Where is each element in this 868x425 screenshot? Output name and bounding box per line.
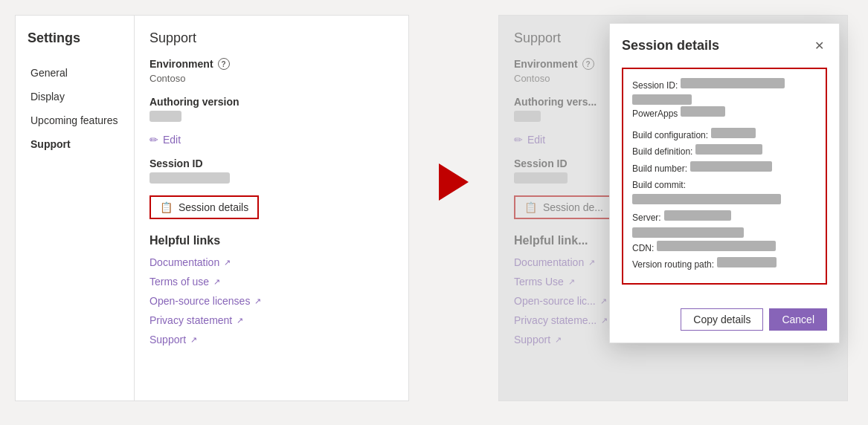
build-config-label: Build configuration: [632,128,708,143]
build-def-value [695,144,762,155]
pencil-icon: ✏ [150,134,158,146]
left-main-content: Support Environment ? Contoso Authoring … [135,16,408,400]
external-link-icon-support: ↗ [190,335,197,345]
modal-header: Session details ✕ [610,24,839,62]
build-commit-value-row [632,194,817,204]
build-config-row: Build configuration: [632,128,817,143]
server-label: Server: [632,210,661,225]
authoring-version-value [150,111,393,122]
session-id-label: Session ID [150,158,393,169]
session-details-box: Session ID: PowerApps Build [622,68,827,285]
modal-body: Session ID: PowerApps Build [610,62,839,308]
session-id-blurred [150,172,230,184]
sidebar-item-support[interactable]: Support [28,132,122,156]
powerapps-label: PowerApps [632,106,678,121]
server-row: Server: [632,210,817,225]
environment-label: Environment ? [150,58,393,70]
build-commit-row: Build commit: [632,178,817,192]
cdn-label: CDN: [632,241,654,256]
edit-link[interactable]: ✏ Edit [150,134,393,146]
link-support[interactable]: Support ↗ [150,334,393,345]
version-routing-value [717,257,777,267]
page-wrapper: Settings General Display Upcoming featur… [0,0,868,425]
sidebar-item-display[interactable]: Display [28,85,122,108]
cdn-section: CDN: Version routing path: [632,241,817,273]
server-url-row [632,227,817,238]
server-value [664,210,731,221]
session-id-detail-label: Session ID: [632,78,678,93]
link-open-source[interactable]: Open-source licenses ↗ [150,295,393,307]
document-icon: 📋 [160,201,173,213]
right-panel: Support Environment ? Contoso Authoring … [498,15,848,401]
build-def-label: Build definition: [632,144,692,159]
modal-close-button[interactable]: ✕ [811,36,827,56]
powerapps-row: PowerApps [632,106,817,121]
build-commit-label: Build commit: [632,178,686,192]
link-documentation[interactable]: Documentation ↗ [150,256,393,268]
session-id-line2 [632,94,692,105]
modal-overlay: Session details ✕ Session ID: Pow [499,16,847,400]
environment-info-icon[interactable]: ? [218,58,230,70]
modal-actions: Copy details Cancel [610,308,839,343]
sidebar-item-upcoming[interactable]: Upcoming features [28,108,122,132]
version-routing-label: Version routing path: [632,257,714,272]
helpful-links-title: Helpful links [150,234,393,247]
copy-details-button[interactable]: Copy details [681,308,763,331]
session-id-detail-value [681,78,785,88]
external-link-icon-terms: ↗ [213,277,220,287]
build-num-row: Build number: [632,161,817,176]
build-details-section: Build configuration: Build definition: B… [632,128,817,205]
cancel-button[interactable]: Cancel [769,308,827,331]
session-id-row: Session ID: [632,78,817,93]
session-details-modal: Session details ✕ Session ID: Pow [609,23,840,343]
cdn-row: CDN: [632,241,817,256]
server-section: Server: [632,210,817,237]
build-num-label: Build number: [632,161,687,176]
support-section-title: Support [150,30,393,46]
sidebar: Settings General Display Upcoming featur… [16,16,135,400]
authoring-version-blurred [150,111,181,122]
session-id-row2 [632,94,817,105]
session-details-button[interactable]: 📋 Session details [150,195,259,219]
arrow-container [424,15,483,201]
build-num-value [690,161,772,172]
link-terms-of-use[interactable]: Terms of use ↗ [150,276,393,288]
modal-title: Session details [622,38,719,53]
sidebar-item-general[interactable]: General [28,61,122,85]
right-arrow [439,163,469,201]
build-def-row: Build definition: [632,144,817,159]
environment-value: Contoso [150,73,393,84]
build-commit-value [632,194,781,204]
server-url-value [632,227,744,238]
external-link-icon-documentation: ↗ [224,258,231,267]
authoring-version-label: Authoring version [150,96,393,108]
build-config-value [711,128,756,138]
settings-title: Settings [28,30,122,46]
link-privacy[interactable]: Privacy statement ↗ [150,314,393,326]
powerapps-value [681,106,725,117]
version-routing-row: Version routing path: [632,257,817,272]
session-id-value [150,172,393,184]
external-link-icon-privacy: ↗ [237,316,243,325]
external-link-icon-opensource: ↗ [254,296,261,306]
left-panel: Settings General Display Upcoming featur… [15,15,409,401]
cdn-value [657,241,776,251]
